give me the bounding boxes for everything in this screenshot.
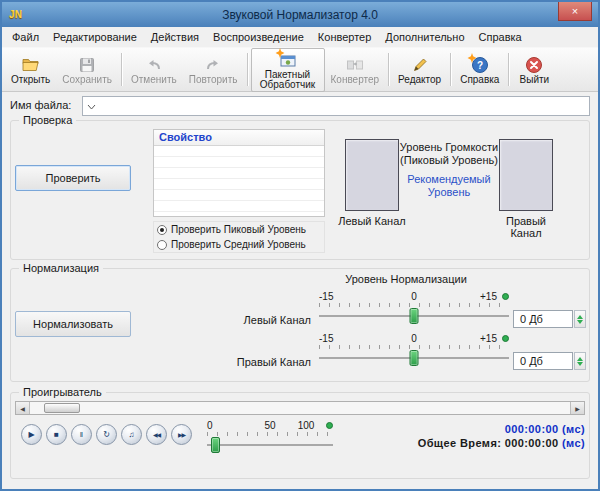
volume-slider[interactable]: 0 50 100 xyxy=(207,420,333,458)
spin-up-icon[interactable] xyxy=(577,357,583,361)
volume-level-heading: Уровень Громкости (Пиковый Уровень) xyxy=(399,141,499,167)
editor-label: Редактор xyxy=(398,75,441,85)
save-label: Сохранить xyxy=(62,75,112,85)
slider-scale: -15 0 +15 xyxy=(319,291,509,302)
play-button[interactable]: ▶ xyxy=(21,424,42,445)
open-folder-icon xyxy=(22,56,40,74)
scale-min: -15 xyxy=(319,291,333,302)
total-time-label: Общее Время: xyxy=(418,437,502,449)
exit-button[interactable]: Выйти xyxy=(512,53,556,87)
slider-track[interactable] xyxy=(319,349,509,367)
slider-thumb[interactable] xyxy=(211,437,220,453)
batch-processor-icon xyxy=(279,51,297,69)
current-time-unit: (мс) xyxy=(562,423,585,435)
menu-extra[interactable]: Дополнительно xyxy=(378,28,471,46)
converter-icon xyxy=(346,56,364,74)
batch-processor-label: Пакетный Обработчик xyxy=(257,70,319,90)
loop-button[interactable]: ↻ xyxy=(96,424,117,445)
undo-label: Отменить xyxy=(131,75,177,85)
current-time-value: 000:00:00 xyxy=(505,423,559,435)
spin-down-icon[interactable] xyxy=(577,320,583,324)
radio-button-icon[interactable] xyxy=(157,240,167,250)
menu-file[interactable]: Файл xyxy=(5,28,46,46)
menu-edit[interactable]: Редактирование xyxy=(46,28,144,46)
slider-thumb[interactable] xyxy=(410,308,419,324)
spin-down-icon[interactable] xyxy=(577,362,583,366)
scale-max: +15 xyxy=(480,291,497,302)
right-channel-meter xyxy=(499,139,553,211)
property-table[interactable]: Свойство xyxy=(153,129,325,217)
batch-processor-button[interactable]: Пакетный Обработчик xyxy=(251,48,325,92)
table-row xyxy=(154,201,324,212)
editor-pencil-icon xyxy=(411,56,429,74)
check-group: Проверка Проверить Свойство Проверить Пи… xyxy=(10,120,590,260)
open-button[interactable]: Открыть xyxy=(5,53,56,87)
total-time-unit: (мс) xyxy=(562,437,585,449)
save-disk-icon xyxy=(78,56,96,74)
slider-track[interactable] xyxy=(319,307,509,325)
slider-thumb[interactable] xyxy=(410,350,419,366)
left-channel-value-field[interactable]: 0 Дб xyxy=(513,310,573,328)
toolbar-separator xyxy=(247,53,248,86)
seek-left-arrow[interactable]: ◀ xyxy=(16,402,30,414)
volume-scale: 0 50 100 xyxy=(207,420,333,431)
file-name-combobox[interactable] xyxy=(82,96,590,116)
sparkle-icon xyxy=(275,48,285,58)
slider-track[interactable] xyxy=(207,436,333,454)
seek-track[interactable] xyxy=(30,402,570,414)
previous-button[interactable]: ◀◀ xyxy=(146,424,167,445)
right-channel-value-field[interactable]: 0 Дб xyxy=(513,352,573,370)
left-channel-meter xyxy=(345,139,399,211)
seek-thumb[interactable] xyxy=(44,403,80,413)
seek-right-arrow[interactable]: ▶ xyxy=(570,402,584,414)
table-row xyxy=(154,168,324,179)
scale-mid: 0 xyxy=(411,291,417,302)
title-bar[interactable]: JN Звуковой Нормализатор 4.0 × xyxy=(2,2,598,27)
converter-button[interactable]: Конвертер xyxy=(325,53,386,87)
stop-button[interactable]: ■ xyxy=(46,424,67,445)
left-value-spinner[interactable] xyxy=(574,310,586,328)
slider-scale: -15 0 +15 xyxy=(319,333,509,344)
volume-button[interactable]: ♫ xyxy=(121,424,142,445)
radio-button-icon[interactable] xyxy=(157,225,167,235)
seek-bar[interactable]: ◀ ▶ xyxy=(15,401,585,415)
scale-max: +15 xyxy=(480,333,497,344)
next-button[interactable]: ▶▶ xyxy=(171,424,192,445)
menu-playback[interactable]: Воспроизведение xyxy=(206,28,311,46)
scale-end-dot xyxy=(326,422,333,429)
spin-up-icon[interactable] xyxy=(577,315,583,319)
toolbar: Открыть Сохранить Отменить Повторить xyxy=(2,47,598,92)
exit-label: Выйти xyxy=(520,75,550,85)
normalize-group: Нормализация Нормализовать Уровень Норма… xyxy=(10,268,590,382)
undo-button[interactable]: Отменить xyxy=(125,53,183,87)
menu-converter[interactable]: Конвертер xyxy=(311,28,378,46)
left-channel-slider[interactable]: -15 0 +15 xyxy=(319,291,509,329)
check-mode-radio-group: Проверить Пиковый Уровень Проверить Сред… xyxy=(153,221,325,253)
help-button[interactable]: ? Справка xyxy=(454,53,505,87)
left-meter-label: Левый Канал xyxy=(336,215,408,227)
chevron-down-icon[interactable] xyxy=(87,100,96,112)
check-group-title: Проверка xyxy=(19,114,76,127)
radio-average-level[interactable]: Проверить Средний Уровень xyxy=(157,239,321,250)
normalize-button[interactable]: Нормализовать xyxy=(15,311,131,337)
check-button-label: Проверить xyxy=(45,172,100,184)
save-button[interactable]: Сохранить xyxy=(56,53,118,87)
help-label: Справка xyxy=(460,75,499,85)
radio-peak-label: Проверить Пиковый Уровень xyxy=(171,224,306,235)
close-button[interactable]: × xyxy=(558,2,592,21)
check-button[interactable]: Проверить xyxy=(15,165,131,191)
file-name-label: Имя файла: xyxy=(10,99,71,111)
right-channel-slider[interactable]: -15 0 +15 xyxy=(319,333,509,371)
pause-button[interactable]: ‖ xyxy=(71,424,92,445)
right-value-spinner[interactable] xyxy=(574,352,586,370)
scale-end-dot xyxy=(502,335,509,342)
menu-actions[interactable]: Действия xyxy=(144,28,206,46)
close-icon: × xyxy=(572,5,578,17)
editor-button[interactable]: Редактор xyxy=(392,53,447,87)
right-meter-label: Правый Канал xyxy=(490,215,562,239)
radio-peak-level[interactable]: Проверить Пиковый Уровень xyxy=(157,224,321,235)
left-channel-slider-label: Левый Канал xyxy=(161,314,311,326)
redo-button[interactable]: Повторить xyxy=(183,53,244,87)
property-column-header[interactable]: Свойство xyxy=(154,130,324,146)
menu-help[interactable]: Справка xyxy=(472,28,529,46)
